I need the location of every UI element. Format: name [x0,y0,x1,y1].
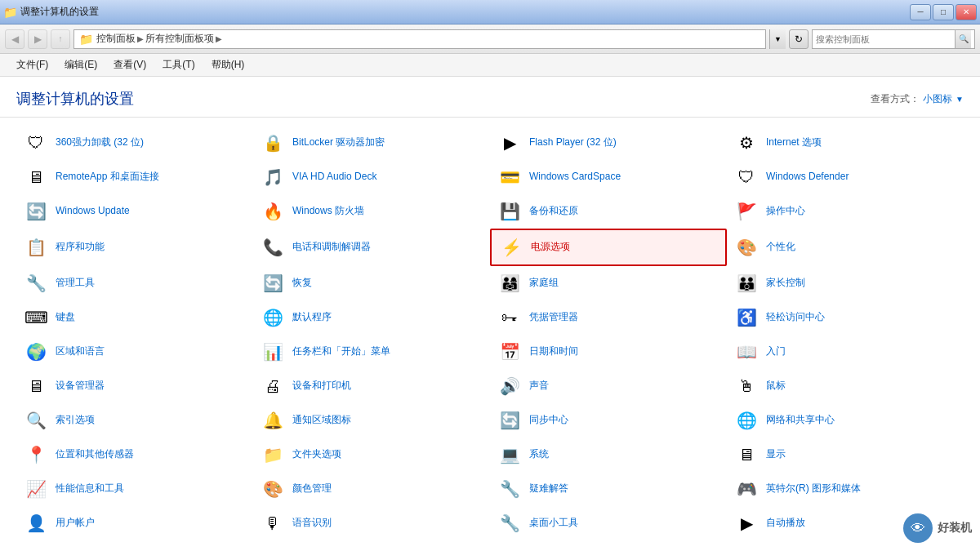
item-sound[interactable]: 🔊声音 [490,369,727,403]
item-actioncenter[interactable]: 🚩操作中心 [727,194,964,229]
item-label-user: 用户帐户 [56,517,95,530]
item-icon-sync: 🔄 [497,407,523,433]
item-keyboard[interactable]: ⌨键盘 [16,300,253,335]
item-icon-remoteapp: 🖥 [23,164,49,190]
view-label: 查看方式： [871,92,920,106]
item-bitlocker[interactable]: 🔒BitLocker 驱动器加密 [253,126,490,160]
item-360[interactable]: 🛡360强力卸载 (32 位) [16,126,253,160]
maximize-button[interactable]: □ [933,4,954,20]
item-device[interactable]: 🖥设备管理器 [16,369,253,403]
item-personalize[interactable]: 🎨个性化 [727,229,964,266]
item-flashplayer[interactable]: ▶Flash Player (32 位) [490,126,727,160]
menu-edit[interactable]: 编辑(E) [56,55,105,75]
menu-file[interactable]: 文件(F) [8,55,56,75]
refresh-button[interactable]: ↻ [789,29,808,49]
item-manage[interactable]: 🔧管理工具 [16,266,253,300]
menu-help[interactable]: 帮助(H) [203,55,253,75]
item-system[interactable]: 💻系统 [490,438,727,472]
item-viahd[interactable]: 🎵VIA HD Audio Deck [253,160,490,194]
search-button[interactable]: 🔍 [955,30,971,48]
item-windowsupdate[interactable]: 🔄Windows Update [16,194,253,229]
item-indexing[interactable]: 🔍索引选项 [16,403,253,438]
item-icon-intro: 📖 [733,339,760,365]
item-gadget[interactable]: 🔧桌面小工具 [490,506,727,540]
menu-view[interactable]: 查看(V) [105,55,154,75]
item-notify[interactable]: 🔔通知区域图标 [253,403,490,438]
item-label-gadget: 桌面小工具 [529,517,578,530]
item-icon-360: 🛡 [23,130,49,156]
close-button[interactable]: ✕ [956,4,977,20]
item-datetime[interactable]: 📅日期和时间 [490,335,727,369]
menu-tools[interactable]: 工具(T) [154,55,203,75]
item-taskbar[interactable]: 📊任务栏和「开始」菜单 [253,335,490,369]
main-content: 调整计算机的设置 查看方式： 小图标 ▼ 🛡360强力卸载 (32 位)🔒Bit… [0,77,980,551]
item-defender[interactable]: 🛡Windows Defender [727,160,964,194]
view-current-button[interactable]: 小图标 [923,92,952,106]
item-sync[interactable]: 🔄同步中心 [490,403,727,438]
up-button[interactable]: ↑ [51,29,70,49]
forward-button[interactable]: ▶ [28,29,47,49]
item-label-viahd: VIA HD Audio Deck [292,171,376,184]
item-remoteapp[interactable]: 🖥RemoteApp 和桌面连接 [16,160,253,194]
item-devprinter[interactable]: 🖨设备和打印机 [253,369,490,403]
address-text: 控制面板 ▶ 所有控制面板项 ▶ [96,32,222,46]
item-default[interactable]: 🌐默认程序 [253,300,490,335]
item-icon-device: 🖥 [23,373,49,399]
address-bar: 📁 控制面板 ▶ 所有控制面板项 ▶ [74,29,766,49]
item-label-firewall: Windows 防火墙 [292,205,364,218]
item-icon-indexing: 🔍 [23,407,49,433]
address-dropdown-button[interactable]: ▼ [769,29,786,49]
breadcrumb-end: ▶ [216,34,222,43]
item-icon-internet: ⚙ [733,130,760,156]
item-icon-phone: 📞 [260,234,286,260]
item-user[interactable]: 👤用户帐户 [16,506,253,540]
item-network[interactable]: 🌐网络和共享中心 [727,403,964,438]
item-family[interactable]: 👨‍👩‍👧家庭组 [490,266,727,300]
item-trouble[interactable]: 🔧疑难解答 [490,472,727,506]
item-label-windowsupdate: Windows Update [56,205,130,218]
item-label-power: 电源选项 [531,241,570,254]
view-dropdown-icon[interactable]: ▼ [956,95,964,104]
watermark-icon: 👁 [903,513,933,543]
item-label-phone: 电话和调制解调器 [292,241,371,254]
breadcrumb-home[interactable]: 控制面板 [96,32,136,46]
title-bar: 📁 调整计算机的设置 ─ □ ✕ [0,0,980,24]
item-label-intel: 英特尔(R) 图形和媒体 [766,482,861,495]
item-credential[interactable]: 🗝凭据管理器 [490,300,727,335]
breadcrumb-current[interactable]: 所有控制面板项 [145,32,214,46]
item-recovery[interactable]: 🔄恢复 [253,266,490,300]
item-icon-manage: 🔧 [23,270,49,296]
item-icon-sound: 🔊 [497,373,523,399]
item-phone[interactable]: 📞电话和调制解调器 [253,229,490,266]
item-parental[interactable]: 👪家长控制 [727,266,964,300]
item-color[interactable]: 🎨颜色管理 [253,472,490,506]
item-label-remoteapp: RemoteApp 和桌面连接 [56,171,159,184]
item-mouse[interactable]: 🖱鼠标 [727,369,964,403]
item-font[interactable]: A字体 [16,540,253,551]
item-programs[interactable]: 📋程序和功能 [16,229,253,266]
item-label-actioncenter: 操作中心 [766,205,805,218]
item-display[interactable]: 🖥显示 [727,438,964,472]
search-input[interactable] [816,34,955,44]
menu-bar: 文件(F) 编辑(E) 查看(V) 工具(T) 帮助(H) [0,54,980,77]
item-folder[interactable]: 📁文件夹选项 [253,438,490,472]
item-label-region: 区域和语言 [56,345,105,358]
item-backup[interactable]: 💾备份和还原 [490,194,727,229]
item-region[interactable]: 🌍区域和语言 [16,335,253,369]
item-power[interactable]: ⚡电源选项 [490,229,727,266]
item-ease[interactable]: ♿轻松访问中心 [727,300,964,335]
item-label-autoplay: 自动播放 [766,517,805,530]
item-firewall[interactable]: 🔥Windows 防火墙 [253,194,490,229]
item-label-credential: 凭据管理器 [529,311,578,324]
item-intel[interactable]: 🎮英特尔(R) 图形和媒体 [727,472,964,506]
item-speech[interactable]: 🎙语音识别 [253,506,490,540]
item-location[interactable]: 📍位置和其他传感器 [16,438,253,472]
back-button[interactable]: ◀ [5,29,24,49]
item-performance[interactable]: 📈性能信息和工具 [16,472,253,506]
item-internet[interactable]: ⚙Internet 选项 [727,126,964,160]
item-intro[interactable]: 📖入门 [727,335,964,369]
item-icon-firewall: 🔥 [260,198,286,224]
item-label-manage: 管理工具 [56,277,95,290]
minimize-button[interactable]: ─ [910,4,931,20]
item-cardspace[interactable]: 💳Windows CardSpace [490,160,727,194]
